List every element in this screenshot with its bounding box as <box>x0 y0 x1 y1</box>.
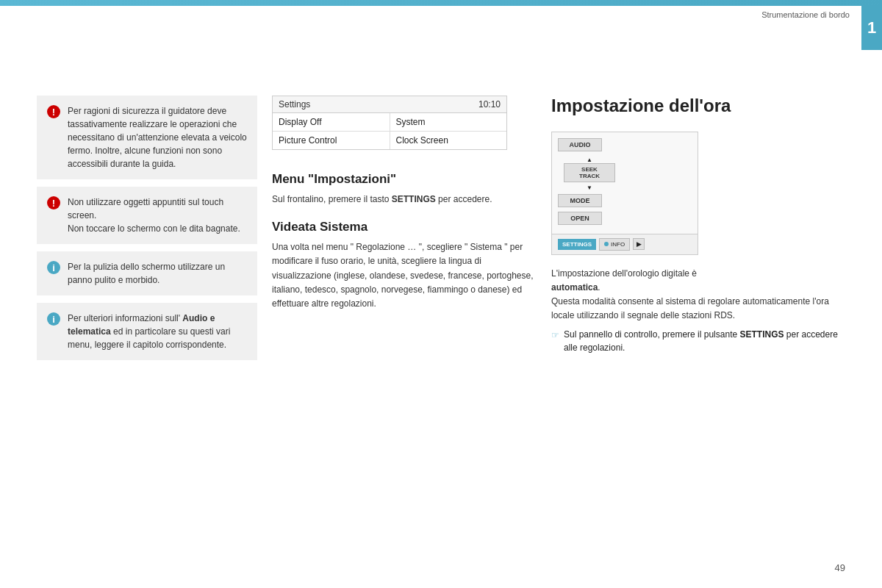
description-line1: L'impostazione dell'orologio digitale è <box>551 268 697 279</box>
warning-icon-info-1: i <box>47 261 60 274</box>
device-buttons: AUDIO ▲ SEEKTRACK ▼ MODE OPEN <box>552 132 698 234</box>
top-bar <box>0 0 882 6</box>
settings-table-header: Settings 10:10 <box>273 96 506 113</box>
settings-cell-display-off: Display Off <box>273 113 390 131</box>
settings-cell-system: System <box>390 113 507 131</box>
warning-text-2: Non utilizzare oggetti appuntiti sul tou… <box>68 196 247 235</box>
bullet-item: ☞ Sul pannello di controllo, premere il … <box>551 328 845 354</box>
next-arrow-button: ▶ <box>633 238 645 250</box>
warning-box-2: ! Non utilizzare oggetti appuntiti sul t… <box>37 187 257 244</box>
settings-table: Settings 10:10 Display Off System Pictur… <box>272 96 507 150</box>
section-tab: 1 <box>861 6 882 50</box>
right-panel: Impostazione dell'ora AUDIO ▲ SEEKTRACK … <box>551 96 845 354</box>
open-button: OPEN <box>558 212 602 225</box>
right-description: L'impostazione dell'orologio digitale è … <box>551 267 845 323</box>
warning-icon-info-2: i <box>47 312 60 326</box>
section-number: 1 <box>867 18 876 37</box>
left-panel: ! Per ragioni di sicurezza il guidatore … <box>37 96 257 368</box>
device-bottom-bar: SETTINGS INFO ▶ <box>552 234 698 254</box>
warning-text-3: Per la pulizia dello schermo utilizzare … <box>68 260 247 287</box>
info-label: INFO <box>611 241 625 248</box>
seek-up-arrow: ▲ <box>587 157 592 163</box>
device-button-group: AUDIO ▲ SEEKTRACK ▼ MODE OPEN <box>558 138 692 228</box>
settings-row-2: Picture Control Clock Screen <box>273 132 506 149</box>
section-label: Strumentazione di bordo <box>761 10 850 19</box>
settings-cell-clock-screen: Clock Screen <box>390 132 507 149</box>
warning-icon-danger-2: ! <box>47 196 60 209</box>
settings-time: 10:10 <box>478 99 501 110</box>
bullet-arrow-icon: ☞ <box>551 329 559 342</box>
page-header: Strumentazione di bordo <box>761 10 850 19</box>
audio-button: AUDIO <box>558 138 602 151</box>
menu-impostazioni-title: Menu "Impostazioni" <box>272 172 537 187</box>
warning-text-4: Per ulteriori informazioni sull' Audio e… <box>68 312 247 351</box>
device-illustration: AUDIO ▲ SEEKTRACK ▼ MODE OPEN SETTINGS I… <box>551 132 698 255</box>
settings-row-1: Display Off System <box>273 113 506 132</box>
section-title: Impostazione dell'ora <box>551 96 845 117</box>
warning-box-1: ! Per ragioni di sicurezza il guidatore … <box>37 96 257 179</box>
description-bold: automatica <box>551 282 598 293</box>
menu-impostazioni-text: Sul frontalino, premere il tasto SETTING… <box>272 193 537 207</box>
seek-down-arrow: ▼ <box>587 185 592 191</box>
settings-highlight-button: SETTINGS <box>558 239 596 250</box>
warning-icon-danger-1: ! <box>47 105 60 118</box>
description-line2: Questa modalità consente al sistema di r… <box>551 296 829 320</box>
mode-button: MODE <box>558 194 602 207</box>
info-dot <box>604 242 609 246</box>
warning-box-3: i Per la pulizia dello schermo utilizzar… <box>37 251 257 295</box>
settings-cell-picture-control: Picture Control <box>273 132 390 149</box>
videata-sistema-text: Una volta nel menu " Regolazione … ", sc… <box>272 240 537 311</box>
middle-panel: Settings 10:10 Display Off System Pictur… <box>272 96 537 324</box>
page-number: 49 <box>835 562 845 573</box>
videata-sistema-title: Videata Sistema <box>272 220 537 234</box>
seek-track-button: SEEKTRACK <box>564 163 615 182</box>
settings-label: Settings <box>279 99 310 110</box>
bullet-text: Sul pannello di controllo, premere il pu… <box>564 328 845 354</box>
info-button: INFO <box>599 238 630 251</box>
warning-text-1: Per ragioni di sicurezza il guidatore de… <box>68 104 247 171</box>
warning-box-4: i Per ulteriori informazioni sull' Audio… <box>37 303 257 360</box>
